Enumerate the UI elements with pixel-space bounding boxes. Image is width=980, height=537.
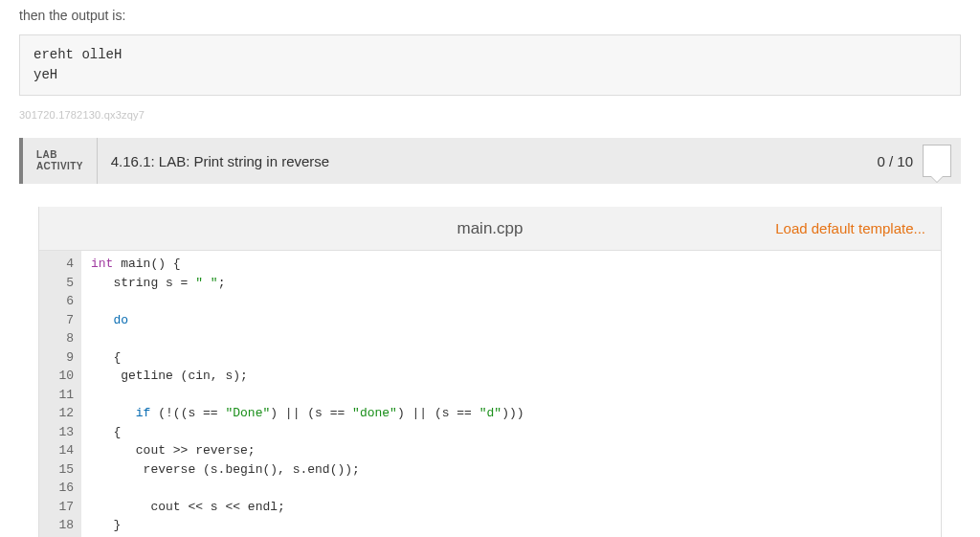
- code-editor: main.cpp Load default template... 456789…: [38, 207, 942, 537]
- lab-activity-label: LAB ACTIVITY: [23, 138, 98, 184]
- line-number: 11: [43, 386, 74, 405]
- code-line[interactable]: [91, 479, 931, 498]
- lab-header: LAB ACTIVITY 4.16.1: LAB: Print string i…: [19, 138, 961, 184]
- lab-title: 4.16.1: LAB: Print string in reverse: [98, 138, 878, 184]
- score-badge-icon: [923, 145, 951, 177]
- code-lines[interactable]: int main() { string s = " "; do { getlin…: [81, 251, 941, 537]
- problem-output-intro: then the output is:: [19, 8, 961, 23]
- code-line[interactable]: string s = " ";: [91, 274, 931, 293]
- code-line[interactable]: getline (cin, s);: [91, 367, 931, 386]
- load-default-template-button[interactable]: Load default template...: [775, 220, 925, 236]
- code-line[interactable]: cout << s << endl;: [91, 498, 931, 517]
- lab-label-line2: ACTIVITY: [36, 161, 83, 172]
- line-number: 16: [43, 479, 74, 498]
- line-number: 18: [43, 516, 74, 535]
- code-line[interactable]: do: [91, 311, 931, 330]
- code-line[interactable]: [91, 329, 931, 348]
- line-number: 10: [43, 367, 74, 386]
- code-line[interactable]: }: [91, 516, 931, 535]
- line-number: 6: [43, 292, 74, 311]
- lab-score-text: 0 / 10: [877, 153, 913, 169]
- code-line[interactable]: [91, 386, 931, 405]
- line-number: 13: [43, 423, 74, 442]
- line-number: 15: [43, 460, 74, 480]
- editor-topbar: main.cpp Load default template...: [39, 207, 941, 251]
- line-number: 14: [43, 441, 74, 460]
- code-line[interactable]: [91, 292, 931, 311]
- lab-score: 0 / 10: [877, 138, 961, 184]
- line-number: 9: [43, 348, 74, 368]
- page-tracking-id: 301720.1782130.qx3zqy7: [19, 109, 961, 121]
- code-line[interactable]: {: [91, 348, 931, 368]
- code-area[interactable]: 45678910111213141516171819202122 int mai…: [39, 251, 941, 537]
- line-number: 4: [43, 255, 74, 274]
- line-number: 17: [43, 498, 74, 517]
- code-line[interactable]: {: [91, 423, 931, 442]
- line-number: 12: [43, 404, 74, 423]
- code-line[interactable]: if (!((s == "Done") || (s == "done") || …: [91, 404, 931, 423]
- code-line[interactable]: cout >> reverse;: [91, 441, 931, 460]
- code-line[interactable]: int main() {: [91, 255, 931, 274]
- code-line[interactable]: reverse (s.begin(), s.end());: [91, 460, 931, 480]
- line-number: 5: [43, 274, 74, 293]
- line-number-gutter: 45678910111213141516171819202122: [39, 251, 81, 537]
- line-number: 8: [43, 329, 74, 348]
- expected-output-box: ereht olleH yeH: [19, 34, 961, 96]
- line-number: 7: [43, 311, 74, 330]
- lab-label-line1: LAB: [36, 149, 83, 161]
